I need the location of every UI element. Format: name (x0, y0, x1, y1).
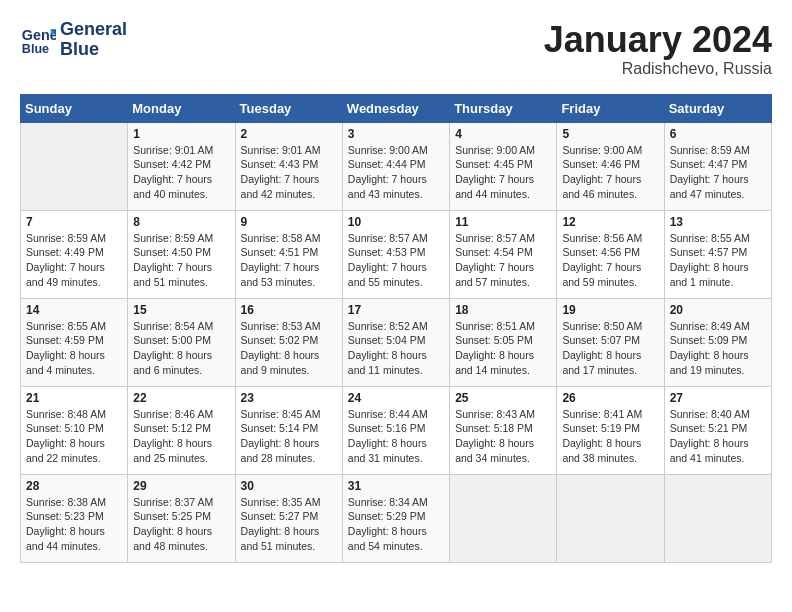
day-number: 6 (670, 127, 766, 141)
day-detail: Sunrise: 8:38 AM Sunset: 5:23 PM Dayligh… (26, 495, 122, 554)
day-detail: Sunrise: 9:00 AM Sunset: 4:45 PM Dayligh… (455, 143, 551, 202)
day-detail: Sunrise: 8:57 AM Sunset: 4:54 PM Dayligh… (455, 231, 551, 290)
day-number: 5 (562, 127, 658, 141)
day-number: 8 (133, 215, 229, 229)
day-cell: 31Sunrise: 8:34 AM Sunset: 5:29 PM Dayli… (342, 474, 449, 562)
day-number: 11 (455, 215, 551, 229)
header-thursday: Thursday (450, 94, 557, 122)
day-cell: 26Sunrise: 8:41 AM Sunset: 5:19 PM Dayli… (557, 386, 664, 474)
day-cell: 30Sunrise: 8:35 AM Sunset: 5:27 PM Dayli… (235, 474, 342, 562)
day-detail: Sunrise: 9:00 AM Sunset: 4:44 PM Dayligh… (348, 143, 444, 202)
week-row-2: 7Sunrise: 8:59 AM Sunset: 4:49 PM Daylig… (21, 210, 772, 298)
day-detail: Sunrise: 8:53 AM Sunset: 5:02 PM Dayligh… (241, 319, 337, 378)
location: Radishchevo, Russia (544, 60, 772, 78)
day-detail: Sunrise: 8:58 AM Sunset: 4:51 PM Dayligh… (241, 231, 337, 290)
day-cell: 22Sunrise: 8:46 AM Sunset: 5:12 PM Dayli… (128, 386, 235, 474)
day-cell: 28Sunrise: 8:38 AM Sunset: 5:23 PM Dayli… (21, 474, 128, 562)
day-detail: Sunrise: 8:49 AM Sunset: 5:09 PM Dayligh… (670, 319, 766, 378)
day-number: 14 (26, 303, 122, 317)
day-cell (664, 474, 771, 562)
day-number: 20 (670, 303, 766, 317)
header-friday: Friday (557, 94, 664, 122)
day-detail: Sunrise: 8:57 AM Sunset: 4:53 PM Dayligh… (348, 231, 444, 290)
day-detail: Sunrise: 9:01 AM Sunset: 4:42 PM Dayligh… (133, 143, 229, 202)
day-number: 19 (562, 303, 658, 317)
day-cell: 3Sunrise: 9:00 AM Sunset: 4:44 PM Daylig… (342, 122, 449, 210)
day-cell: 21Sunrise: 8:48 AM Sunset: 5:10 PM Dayli… (21, 386, 128, 474)
week-row-3: 14Sunrise: 8:55 AM Sunset: 4:59 PM Dayli… (21, 298, 772, 386)
day-number: 25 (455, 391, 551, 405)
day-number: 2 (241, 127, 337, 141)
day-detail: Sunrise: 8:37 AM Sunset: 5:25 PM Dayligh… (133, 495, 229, 554)
logo-icon: General Blue (20, 22, 56, 58)
day-number: 12 (562, 215, 658, 229)
day-number: 23 (241, 391, 337, 405)
day-cell (557, 474, 664, 562)
header-sunday: Sunday (21, 94, 128, 122)
week-row-1: 1Sunrise: 9:01 AM Sunset: 4:42 PM Daylig… (21, 122, 772, 210)
day-detail: Sunrise: 8:51 AM Sunset: 5:05 PM Dayligh… (455, 319, 551, 378)
day-cell: 4Sunrise: 9:00 AM Sunset: 4:45 PM Daylig… (450, 122, 557, 210)
day-cell: 25Sunrise: 8:43 AM Sunset: 5:18 PM Dayli… (450, 386, 557, 474)
day-detail: Sunrise: 8:55 AM Sunset: 4:57 PM Dayligh… (670, 231, 766, 290)
day-detail: Sunrise: 8:43 AM Sunset: 5:18 PM Dayligh… (455, 407, 551, 466)
day-number: 18 (455, 303, 551, 317)
day-detail: Sunrise: 8:55 AM Sunset: 4:59 PM Dayligh… (26, 319, 122, 378)
day-detail: Sunrise: 8:34 AM Sunset: 5:29 PM Dayligh… (348, 495, 444, 554)
day-detail: Sunrise: 8:59 AM Sunset: 4:50 PM Dayligh… (133, 231, 229, 290)
day-cell: 19Sunrise: 8:50 AM Sunset: 5:07 PM Dayli… (557, 298, 664, 386)
day-number: 9 (241, 215, 337, 229)
day-number: 22 (133, 391, 229, 405)
day-detail: Sunrise: 8:41 AM Sunset: 5:19 PM Dayligh… (562, 407, 658, 466)
day-cell: 12Sunrise: 8:56 AM Sunset: 4:56 PM Dayli… (557, 210, 664, 298)
day-number: 26 (562, 391, 658, 405)
week-row-5: 28Sunrise: 8:38 AM Sunset: 5:23 PM Dayli… (21, 474, 772, 562)
day-cell: 29Sunrise: 8:37 AM Sunset: 5:25 PM Dayli… (128, 474, 235, 562)
page-header: General Blue General Blue January 2024 R… (20, 20, 772, 78)
day-number: 1 (133, 127, 229, 141)
calendar-header-row: SundayMondayTuesdayWednesdayThursdayFrid… (21, 94, 772, 122)
day-detail: Sunrise: 8:46 AM Sunset: 5:12 PM Dayligh… (133, 407, 229, 466)
day-number: 24 (348, 391, 444, 405)
day-number: 17 (348, 303, 444, 317)
day-detail: Sunrise: 9:01 AM Sunset: 4:43 PM Dayligh… (241, 143, 337, 202)
day-cell: 15Sunrise: 8:54 AM Sunset: 5:00 PM Dayli… (128, 298, 235, 386)
day-cell: 1Sunrise: 9:01 AM Sunset: 4:42 PM Daylig… (128, 122, 235, 210)
day-cell: 24Sunrise: 8:44 AM Sunset: 5:16 PM Dayli… (342, 386, 449, 474)
day-number: 30 (241, 479, 337, 493)
logo: General Blue General Blue (20, 20, 127, 60)
day-detail: Sunrise: 8:59 AM Sunset: 4:47 PM Dayligh… (670, 143, 766, 202)
day-number: 27 (670, 391, 766, 405)
day-cell: 8Sunrise: 8:59 AM Sunset: 4:50 PM Daylig… (128, 210, 235, 298)
day-detail: Sunrise: 8:45 AM Sunset: 5:14 PM Dayligh… (241, 407, 337, 466)
day-detail: Sunrise: 8:48 AM Sunset: 5:10 PM Dayligh… (26, 407, 122, 466)
day-number: 13 (670, 215, 766, 229)
day-number: 7 (26, 215, 122, 229)
day-cell: 23Sunrise: 8:45 AM Sunset: 5:14 PM Dayli… (235, 386, 342, 474)
day-detail: Sunrise: 8:52 AM Sunset: 5:04 PM Dayligh… (348, 319, 444, 378)
day-detail: Sunrise: 8:50 AM Sunset: 5:07 PM Dayligh… (562, 319, 658, 378)
day-number: 29 (133, 479, 229, 493)
day-detail: Sunrise: 8:56 AM Sunset: 4:56 PM Dayligh… (562, 231, 658, 290)
day-number: 28 (26, 479, 122, 493)
day-number: 16 (241, 303, 337, 317)
svg-text:Blue: Blue (22, 41, 49, 55)
day-cell: 14Sunrise: 8:55 AM Sunset: 4:59 PM Dayli… (21, 298, 128, 386)
day-number: 4 (455, 127, 551, 141)
day-number: 21 (26, 391, 122, 405)
day-detail: Sunrise: 8:54 AM Sunset: 5:00 PM Dayligh… (133, 319, 229, 378)
day-cell: 11Sunrise: 8:57 AM Sunset: 4:54 PM Dayli… (450, 210, 557, 298)
calendar-table: SundayMondayTuesdayWednesdayThursdayFrid… (20, 94, 772, 563)
day-cell (450, 474, 557, 562)
day-number: 3 (348, 127, 444, 141)
day-cell: 16Sunrise: 8:53 AM Sunset: 5:02 PM Dayli… (235, 298, 342, 386)
day-cell: 6Sunrise: 8:59 AM Sunset: 4:47 PM Daylig… (664, 122, 771, 210)
day-detail: Sunrise: 8:40 AM Sunset: 5:21 PM Dayligh… (670, 407, 766, 466)
logo-blue: Blue (60, 40, 127, 60)
day-cell: 9Sunrise: 8:58 AM Sunset: 4:51 PM Daylig… (235, 210, 342, 298)
title-block: January 2024 Radishchevo, Russia (544, 20, 772, 78)
header-monday: Monday (128, 94, 235, 122)
day-cell: 17Sunrise: 8:52 AM Sunset: 5:04 PM Dayli… (342, 298, 449, 386)
day-number: 10 (348, 215, 444, 229)
day-cell: 7Sunrise: 8:59 AM Sunset: 4:49 PM Daylig… (21, 210, 128, 298)
